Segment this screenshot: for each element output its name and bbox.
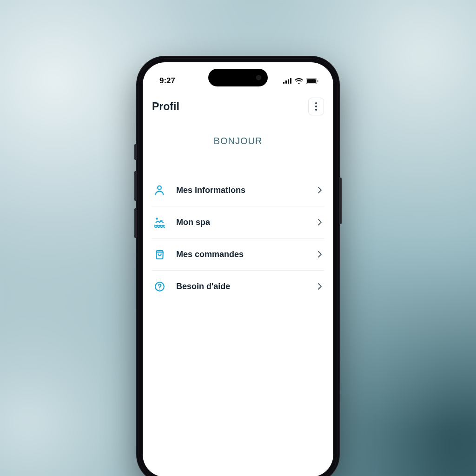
- app-header: Profil: [152, 95, 324, 115]
- svg-point-10: [159, 288, 160, 289]
- greeting-label: BONJOUR: [152, 136, 324, 146]
- chevron-right-icon: [317, 186, 322, 194]
- svg-rect-2: [288, 79, 289, 84]
- status-indicators: [283, 78, 318, 84]
- menu-item-my-orders[interactable]: Mes commandes: [152, 238, 324, 271]
- chevron-right-icon: [317, 218, 322, 226]
- cellular-icon: [283, 78, 292, 84]
- side-button: [134, 144, 137, 160]
- svg-point-8: [156, 218, 158, 219]
- menu-item-help[interactable]: Besoin d'aide: [152, 271, 324, 302]
- profile-menu: Mes informations: [152, 174, 324, 302]
- svg-rect-3: [290, 78, 291, 84]
- menu-item-label: Mes commandes: [176, 250, 307, 259]
- power-button: [339, 178, 342, 224]
- phone-screen: 9:27: [143, 62, 333, 476]
- person-icon: [153, 184, 166, 197]
- menu-item-label: Mes informations: [176, 185, 307, 195]
- wifi-icon: [295, 78, 303, 84]
- page-title: Profil: [152, 100, 179, 113]
- shopping-bag-icon: [153, 248, 166, 261]
- menu-item-label: Mon spa: [176, 218, 307, 227]
- menu-item-label: Besoin d'aide: [176, 282, 307, 291]
- svg-rect-0: [283, 82, 284, 84]
- app-content: Profil BONJOUR Mes informatio: [143, 95, 333, 476]
- more-options-button[interactable]: [308, 98, 324, 115]
- pool-icon: [153, 216, 166, 229]
- chevron-right-icon: [317, 251, 322, 258]
- menu-item-my-info[interactable]: Mes informations: [152, 174, 324, 206]
- svg-rect-1: [285, 80, 287, 84]
- svg-rect-6: [317, 80, 318, 82]
- volume-up-button: [134, 171, 137, 201]
- phone-frame: 9:27: [136, 56, 340, 476]
- chevron-right-icon: [317, 283, 322, 290]
- menu-item-my-spa[interactable]: Mon spa: [152, 206, 324, 238]
- battery-icon: [306, 78, 318, 84]
- volume-down-button: [134, 208, 137, 238]
- svg-point-7: [158, 186, 161, 190]
- status-time: 9:27: [159, 76, 175, 86]
- more-icon: [315, 102, 317, 104]
- dynamic-island: [208, 69, 268, 86]
- help-circle-icon: [153, 280, 166, 293]
- svg-rect-5: [307, 79, 316, 83]
